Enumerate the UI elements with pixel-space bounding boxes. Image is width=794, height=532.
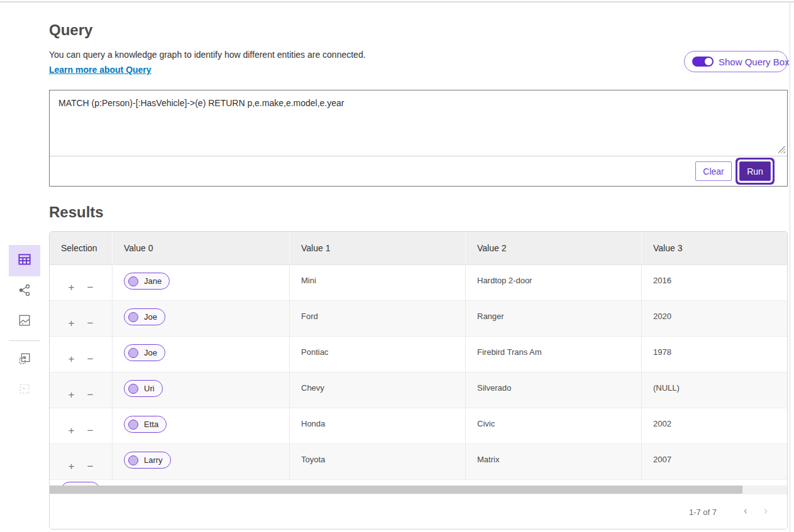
- entity-chip[interactable]: Joe: [124, 308, 165, 325]
- row-entity-cell: Joe: [113, 301, 290, 336]
- add-to-selection-button[interactable]: +: [69, 345, 75, 372]
- table-view-button[interactable]: [9, 245, 40, 276]
- run-button[interactable]: Run: [739, 161, 771, 181]
- table-row: + − Larry Toyota Matrix 2007: [50, 444, 787, 480]
- column-header-value2[interactable]: Value 2: [466, 232, 642, 264]
- row-entity-cell: Larry: [113, 444, 290, 479]
- entity-chip-label: Uri: [144, 384, 155, 393]
- column-header-value1[interactable]: Value 1: [290, 232, 466, 264]
- link-chart-icon: [18, 283, 31, 300]
- entity-chip-label: Jane: [144, 276, 162, 286]
- row-value2-cell: Firebird Trans Am: [466, 337, 642, 372]
- map-view-button[interactable]: [9, 307, 40, 337]
- link-chart-view-button[interactable]: [9, 276, 40, 307]
- entity-chip[interactable]: Joe: [124, 344, 165, 361]
- column-header-selection[interactable]: Selection: [50, 232, 113, 264]
- entity-dot-icon: [128, 420, 138, 430]
- table-body: + − Jane Mini Hardtop 2-door 2016 + − Jo…: [50, 265, 787, 480]
- table-row-partial: [50, 480, 787, 486]
- table-icon: [16, 251, 33, 270]
- remove-from-selection-button[interactable]: −: [87, 453, 94, 479]
- remove-from-selection-button[interactable]: −: [87, 345, 94, 372]
- table-header-row: Selection Value 0 Value 1 Value 2 Value …: [50, 232, 787, 265]
- panel-right-divider: [790, 3, 790, 532]
- row-value3-cell: 2007: [642, 444, 788, 479]
- row-value1-cell: Honda: [290, 408, 466, 443]
- remove-from-selection-button[interactable]: −: [87, 310, 94, 336]
- horizontal-scrollbar[interactable]: [50, 486, 787, 494]
- entity-chip[interactable]: Etta: [124, 416, 167, 433]
- query-page: Query You can query a knowledge graph to…: [0, 0, 794, 532]
- row-entity-cell: Uri: [113, 372, 290, 408]
- row-entity-cell: Jane: [113, 265, 290, 300]
- toggle-label: Show Query Box: [719, 57, 790, 67]
- row-value3-cell: 2020: [642, 301, 788, 336]
- pagination-prev-button[interactable]: [736, 502, 756, 522]
- add-to-selection-button[interactable]: +: [69, 274, 75, 300]
- table-footer: 1-7 of 7: [50, 494, 787, 529]
- show-query-box-toggle[interactable]: Show Query Box: [684, 51, 788, 72]
- row-value1-cell: Chevy: [290, 372, 466, 408]
- horizontal-scrollbar-thumb[interactable]: [50, 486, 742, 494]
- entity-dot-icon: [128, 348, 138, 358]
- row-entity-cell: Joe: [113, 337, 290, 372]
- row-selection-cell: + −: [50, 301, 113, 336]
- query-description: You can query a knowledge graph to ident…: [49, 50, 366, 60]
- entity-dot-icon: [128, 312, 138, 322]
- entity-chip[interactable]: Jane: [124, 273, 170, 290]
- map-selection-icon: [18, 352, 31, 368]
- pagination-next-button[interactable]: [756, 502, 776, 522]
- new-map-view-button[interactable]: [9, 345, 40, 375]
- row-entity-cell: Etta: [113, 408, 290, 443]
- add-to-selection-button[interactable]: +: [69, 381, 75, 408]
- result-view-rail: [9, 245, 40, 405]
- row-selection-cell: + −: [50, 265, 113, 300]
- learn-more-link[interactable]: Learn more about Query: [49, 65, 152, 75]
- query-section-title: Query: [49, 21, 92, 39]
- table-row: + − Uri Chevy Silverado (NULL): [50, 372, 787, 408]
- remove-from-selection-button[interactable]: −: [87, 274, 94, 300]
- add-to-selection-button[interactable]: +: [69, 310, 75, 336]
- results-section-title: Results: [49, 204, 104, 221]
- table-row: + − Jane Mini Hardtop 2-door 2016: [50, 265, 787, 301]
- row-value1-cell: Toyota: [290, 444, 466, 479]
- column-header-value0[interactable]: Value 0: [113, 232, 290, 264]
- add-to-selection-button[interactable]: +: [69, 453, 75, 479]
- row-value2-cell: Hardtop 2-door: [466, 265, 642, 300]
- row-value2-cell: Matrix: [466, 444, 642, 479]
- table-row: + − Joe Pontiac Firebird Trans Am 1978: [50, 337, 787, 372]
- entity-chip[interactable]: Uri: [124, 380, 163, 397]
- remove-from-selection-button[interactable]: −: [87, 417, 94, 443]
- toggle-switch-icon[interactable]: [692, 57, 714, 67]
- top-divider: [0, 1, 794, 3]
- toggle-knob: [704, 57, 713, 66]
- rail-divider: [9, 340, 40, 341]
- row-value3-cell: (NULL): [642, 372, 788, 408]
- entity-chip-label: Joe: [144, 348, 157, 357]
- row-value1-cell: Pontiac: [290, 337, 466, 372]
- row-value3-cell: 2016: [642, 265, 788, 300]
- results-table: Selection Value 0 Value 1 Value 2 Value …: [49, 231, 788, 529]
- row-value2-cell: Civic: [466, 408, 642, 443]
- marquee-select-icon: [18, 382, 31, 398]
- chevron-left-icon: [741, 507, 750, 518]
- column-header-value3[interactable]: Value 3: [642, 232, 788, 264]
- textarea-resize-handle[interactable]: [778, 146, 785, 153]
- entity-dot-icon: [128, 455, 138, 465]
- query-input[interactable]: MATCH (p:Person)-[:HasVehicle]->(e) RETU…: [50, 90, 787, 156]
- row-selection-cell: + −: [50, 444, 113, 479]
- row-selection-cell: + −: [50, 408, 113, 443]
- add-to-selection-button[interactable]: +: [69, 417, 75, 443]
- row-selection-cell: + −: [50, 337, 113, 372]
- clear-button[interactable]: Clear: [695, 161, 732, 181]
- entity-dot-icon: [128, 276, 138, 286]
- marquee-select-view-button: [9, 375, 40, 405]
- row-value1-cell: Ford: [290, 301, 466, 336]
- entity-dot-icon: [128, 384, 138, 394]
- entity-chip[interactable]: Larry: [124, 452, 171, 469]
- remove-from-selection-button[interactable]: −: [87, 381, 94, 408]
- pagination-range-label: 1-7 of 7: [689, 508, 717, 517]
- row-value2-cell: Silverado: [466, 372, 642, 408]
- entity-chip-label: Larry: [144, 455, 163, 465]
- chevron-right-icon: [761, 507, 770, 518]
